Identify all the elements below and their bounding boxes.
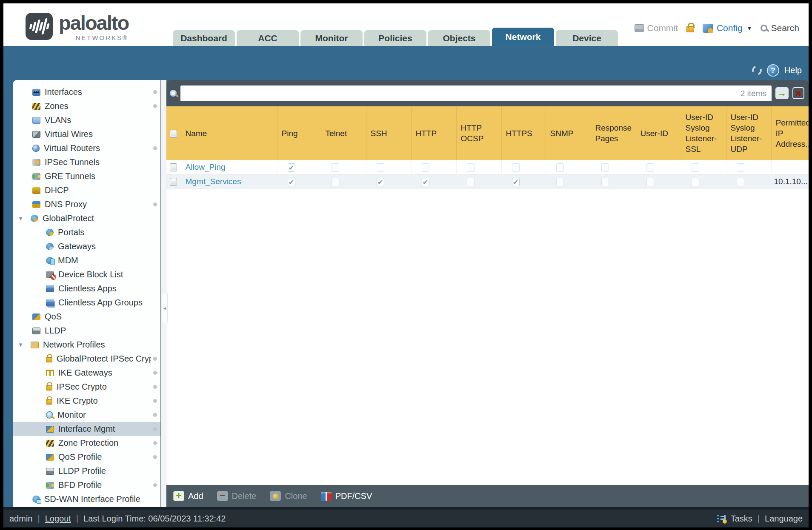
config-icon bbox=[703, 24, 713, 33]
sidebar-item-ipsec-crypto[interactable]: IPSec Crypto bbox=[13, 380, 160, 394]
sidebar-item-globalprotect[interactable]: ▼GlobalProtect bbox=[13, 211, 160, 225]
sidebar-item-interfaces[interactable]: Interfaces bbox=[13, 85, 160, 99]
sidebar-item-zones[interactable]: Zones bbox=[13, 99, 160, 113]
dns-proxy-icon bbox=[32, 201, 40, 208]
sidebar-item-clientless-apps[interactable]: Clientless Apps bbox=[13, 282, 160, 296]
sidebar-item-portals[interactable]: Portals bbox=[13, 225, 160, 239]
sidebar-item-zone-protection[interactable]: Zone Protection bbox=[13, 436, 160, 450]
sidebar-item-dns-proxy[interactable]: DNS Proxy bbox=[13, 197, 160, 211]
sidebar-item-device-block-list[interactable]: Device Block List bbox=[13, 268, 160, 282]
sidebar-item-gre-tunnels[interactable]: GRE Tunnels bbox=[13, 169, 160, 183]
pdf-csv-icon bbox=[321, 492, 332, 501]
column-header-name[interactable]: Name bbox=[181, 106, 277, 160]
sidebar-item-globalprotect-ipsec-crypto[interactable]: GlobalProtect IPSec Crypto bbox=[13, 352, 160, 366]
config-menu-button[interactable]: Config ▼ bbox=[703, 23, 752, 33]
global-search-button[interactable]: Search bbox=[761, 23, 799, 33]
tab-objects[interactable]: Objects bbox=[428, 30, 490, 46]
column-header-snmp[interactable]: SNMP bbox=[546, 106, 591, 160]
collapse-sidebar-handle[interactable]: ◄ bbox=[162, 293, 168, 323]
sidebar-item-interface-mgmt[interactable]: Interface Mgmt bbox=[13, 422, 160, 436]
zone-protection-icon bbox=[46, 440, 54, 447]
sidebar-item-qos-profile[interactable]: QoS Profile bbox=[13, 450, 160, 464]
help-label[interactable]: Help bbox=[784, 66, 802, 75]
sidebar-item-virtual-routers[interactable]: Virtual Routers bbox=[13, 141, 160, 155]
sidebar-item-label: Network Profiles bbox=[43, 340, 157, 350]
column-header-user-id-syslog-listener-udp[interactable]: User-ID Syslog Listener-UDP bbox=[726, 106, 771, 160]
apply-filter-button[interactable]: → bbox=[775, 87, 789, 99]
column-header-ping[interactable]: Ping bbox=[277, 106, 321, 160]
status-dot bbox=[153, 104, 157, 108]
sidebar-item-gateways[interactable]: Gateways bbox=[13, 239, 160, 254]
expander-triangle-icon[interactable]: ▼ bbox=[18, 342, 31, 348]
service-check-cell bbox=[456, 160, 501, 174]
sidebar-item-mdm[interactable]: MDM bbox=[13, 254, 160, 268]
expander-triangle-icon[interactable]: ▼ bbox=[18, 215, 31, 222]
monitor-icon bbox=[46, 411, 53, 419]
refresh-icon[interactable] bbox=[750, 64, 763, 77]
filter-input[interactable] bbox=[180, 85, 772, 101]
tab-network[interactable]: Network bbox=[492, 28, 554, 46]
tab-acc[interactable]: ACC bbox=[237, 30, 299, 46]
select-all-checkbox[interactable] bbox=[170, 130, 177, 138]
sidebar-item-ike-crypto[interactable]: IKE Crypto bbox=[13, 394, 160, 408]
sidebar-item-ipsec-tunnels[interactable]: IPSec Tunnels bbox=[13, 155, 160, 169]
tab-monitor[interactable]: Monitor bbox=[300, 30, 363, 46]
panel-splitter[interactable]: ◄ bbox=[161, 80, 166, 507]
sidebar-item-bfd-profile[interactable]: BFD Profile bbox=[13, 478, 160, 492]
commit-button[interactable]: Commit bbox=[635, 23, 678, 33]
tab-policies[interactable]: Policies bbox=[364, 30, 426, 46]
service-check-cell bbox=[681, 160, 726, 174]
sidebar-item-vlans[interactable]: VLANs bbox=[13, 113, 160, 127]
tab-device[interactable]: Device bbox=[556, 30, 618, 46]
sidebar-item-sd-wan-interface-profile[interactable]: SD-WAN Interface Profile bbox=[13, 492, 160, 506]
column-header-http-ocsp[interactable]: HTTP OCSP bbox=[456, 106, 501, 160]
checkbox-unchecked-icon bbox=[737, 178, 744, 186]
help-icon[interactable] bbox=[768, 65, 778, 76]
sidebar-item-lldp[interactable]: LLDP bbox=[13, 324, 160, 338]
firewall-admin-app: paloalto NETWORKS® DashboardACCMonitorPo… bbox=[0, 0, 812, 530]
language-button[interactable]: Language bbox=[765, 514, 803, 524]
column-header-http[interactable]: HTTP bbox=[411, 106, 456, 160]
sidebar-item-label: VLANs bbox=[45, 115, 157, 125]
profile-name-link[interactable]: Allow_Ping bbox=[186, 162, 226, 171]
column-header-ssh[interactable]: SSH bbox=[366, 106, 411, 160]
sidebar-item-clientless-app-groups[interactable]: Clientless App Groups bbox=[13, 296, 160, 310]
pdf-csv-button[interactable]: PDF/CSV bbox=[321, 491, 372, 501]
logout-link[interactable]: Logout bbox=[45, 514, 71, 524]
sidebar-item-label: GRE Tunnels bbox=[45, 171, 157, 181]
tasks-button[interactable]: Tasks bbox=[731, 514, 752, 524]
add-button[interactable]: Add bbox=[173, 491, 203, 501]
header-actions: Commit Config ▼ Search bbox=[635, 23, 799, 33]
column-header-permitted-ip-address[interactable]: Permitted IP Address... bbox=[771, 106, 809, 160]
column-header-https[interactable]: HTTPS bbox=[501, 106, 546, 160]
action-label: Clone bbox=[285, 491, 307, 501]
virtual-routers-icon bbox=[32, 145, 40, 152]
sidebar-item-lldp-profile[interactable]: LLDP Profile bbox=[13, 464, 160, 478]
clientless-apps-icon bbox=[46, 285, 54, 292]
tab-dashboard[interactable]: Dashboard bbox=[173, 30, 235, 46]
column-header-select-all bbox=[166, 106, 181, 160]
sidebar-item-virtual-wires[interactable]: Virtual Wires bbox=[13, 127, 160, 141]
checkbox-unchecked-icon bbox=[646, 163, 654, 172]
column-header-response-pages[interactable]: Response Pages bbox=[591, 106, 636, 160]
row-checkbox[interactable] bbox=[170, 163, 177, 171]
sidebar-item-label: MDM bbox=[58, 256, 157, 265]
column-header-user-id-syslog-listener-ssl[interactable]: User-ID Syslog Listener-SSL bbox=[681, 106, 726, 160]
row-checkbox[interactable] bbox=[170, 178, 177, 186]
sidebar-item-network-profiles[interactable]: ▼Network Profiles bbox=[13, 338, 160, 352]
sidebar-item-label: Virtual Routers bbox=[44, 143, 151, 153]
sidebar-item-dhcp[interactable]: DHCP bbox=[13, 183, 160, 197]
status-dot bbox=[153, 427, 157, 431]
sidebar-item-label: Portals bbox=[58, 228, 157, 237]
sidebar-item-ike-gateways[interactable]: IKE Gateways bbox=[13, 366, 160, 380]
profile-name-link[interactable]: Mgmt_Services bbox=[186, 177, 241, 186]
lock-icon bbox=[46, 399, 52, 405]
sidebar-item-label: GlobalProtect IPSec Crypto bbox=[57, 354, 151, 364]
table-header-row: NamePingTelnetSSHHTTPHTTP OCSPHTTPSSNMPR… bbox=[166, 106, 809, 160]
clear-filter-button[interactable]: ✖ bbox=[792, 87, 804, 99]
sidebar-item-qos[interactable]: QoS bbox=[13, 310, 160, 324]
column-header-telnet[interactable]: Telnet bbox=[321, 106, 366, 160]
lock-icon[interactable] bbox=[686, 26, 694, 32]
column-header-user-id[interactable]: User-ID bbox=[636, 106, 681, 160]
sidebar-item-monitor[interactable]: Monitor bbox=[13, 408, 160, 422]
